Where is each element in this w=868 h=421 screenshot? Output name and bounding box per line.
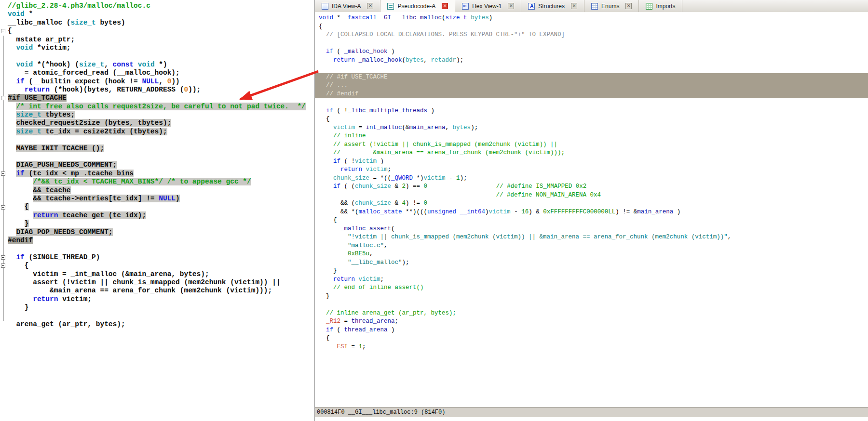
code-line[interactable]: _ESI = 1; xyxy=(319,343,868,352)
code-line[interactable]: && tcache xyxy=(8,186,314,195)
tab-pseudocode-a[interactable]: Pseudocode-A✕ xyxy=(380,0,455,12)
code-line[interactable]: return victim; xyxy=(319,166,868,174)
code-line[interactable]: // &main_arena == arena_for_chunk (mem2c… xyxy=(319,149,868,158)
fold-marker[interactable] xyxy=(1,263,5,268)
code-line[interactable]: // ... xyxy=(315,81,868,90)
code-line[interactable]: DIAG_POP_NEEDS_COMMENT; xyxy=(8,228,314,237)
fold-marker[interactable] xyxy=(1,96,5,100)
code-line[interactable]: checked_request2size (bytes, tbytes); xyxy=(8,119,314,127)
code-line[interactable]: { xyxy=(8,27,314,35)
code-line[interactable] xyxy=(8,312,314,320)
code-line[interactable] xyxy=(319,65,868,73)
code-line[interactable]: && (chunk_size & 4) != 0 xyxy=(319,199,868,208)
code-line[interactable]: // end of inline assert() xyxy=(319,284,868,292)
code-line[interactable]: if ( !_libc_multiple_threads ) xyxy=(319,107,868,116)
code-line[interactable]: "malloc.c", xyxy=(319,242,868,250)
code-line[interactable]: { xyxy=(8,262,314,270)
code-line[interactable]: return _malloc_hook(bytes, retaddr); xyxy=(319,56,868,65)
code-line[interactable]: void *__fastcall _GI___libc_malloc(size_… xyxy=(319,14,868,23)
code-line[interactable]: DIAG_PUSH_NEEDS_COMMENT; xyxy=(8,161,314,169)
code-line[interactable]: &main_arena == arena_for_chunk (mem2chun… xyxy=(8,287,314,295)
code-line[interactable]: "!victim || chunk_is_mmapped (mem2chunk … xyxy=(319,233,868,242)
code-line[interactable] xyxy=(8,153,314,161)
code-line[interactable] xyxy=(8,52,314,60)
code-line[interactable]: // #if USE_TCACHE xyxy=(315,73,868,82)
code-line[interactable]: // inline arena_get (ar_ptr, bytes); xyxy=(319,309,868,318)
code-line[interactable]: //glibc_2.28-4.ph3/malloc/malloc.c xyxy=(8,2,314,10)
code-token xyxy=(377,14,380,21)
code-line[interactable]: // assert (!victim || chunk_is_mmapped (… xyxy=(319,141,868,149)
code-line[interactable] xyxy=(319,98,868,107)
code-line[interactable]: void *(*hook) (size_t, const void *) xyxy=(8,61,314,69)
tab-ida-view-a[interactable]: IDA View-A✕ xyxy=(315,0,380,12)
source-code[interactable]: //glibc_2.28-4.ph3/malloc/malloc.cvoid *… xyxy=(8,2,314,421)
code-line[interactable]: size_t tc_idx = csize2tidx (tbytes); xyxy=(8,128,314,136)
code-line[interactable]: #endif xyxy=(8,237,314,245)
tab-enums[interactable]: Enums✕ xyxy=(584,0,639,12)
code-line[interactable]: return victim; xyxy=(319,276,868,284)
fold-marker[interactable] xyxy=(1,29,5,33)
code-line[interactable]: { xyxy=(8,203,314,211)
code-line[interactable]: _R12 = thread_arena; xyxy=(319,317,868,326)
fold-marker[interactable] xyxy=(1,255,5,260)
fold-marker[interactable] xyxy=(1,171,5,176)
code-line[interactable]: && tcache->entries[tc_idx] != NULL) xyxy=(8,195,314,203)
code-line[interactable]: // #endif xyxy=(315,90,868,99)
code-line[interactable]: victim = int_malloc(&main_arena, bytes); xyxy=(319,124,868,132)
code-line[interactable]: size_t tbytes; xyxy=(8,111,314,119)
tab-close-button[interactable]: ✕ xyxy=(442,3,448,9)
tab-hex-view-1[interactable]: Hex View-1✕ xyxy=(455,0,521,12)
code-line[interactable]: if ( !victim ) xyxy=(319,158,868,166)
code-line[interactable]: assert (!victim || chunk_is_mmapped (mem… xyxy=(8,278,314,287)
code-line[interactable]: && *(malloc_state **)(((unsigned __int64… xyxy=(319,208,868,217)
code-line[interactable]: 0xBE5u, xyxy=(319,250,868,259)
code-line[interactable]: "__libc_malloc"); xyxy=(319,259,868,267)
code-line[interactable]: } xyxy=(8,303,314,312)
code-line[interactable]: = atomic_forced_read (__malloc_hook); xyxy=(8,69,314,77)
code-line[interactable]: arena_get (ar_ptr, bytes); xyxy=(8,320,314,329)
code-line[interactable]: /* int_free also calls request2size, be … xyxy=(8,103,314,111)
code-line[interactable]: { xyxy=(319,115,868,124)
code-line[interactable]: return (*hook)(bytes, RETURN_ADDRESS (0)… xyxy=(8,86,314,94)
code-line[interactable]: return tcache_get (tc_idx); xyxy=(8,211,314,220)
code-line[interactable]: #if USE_TCACHE xyxy=(8,94,314,102)
code-line[interactable]: void *victim; xyxy=(8,44,314,52)
code-line[interactable]: // inline xyxy=(319,132,868,141)
code-line[interactable]: } xyxy=(8,220,314,228)
code-line[interactable]: __libc_malloc (size_t bytes) xyxy=(8,19,314,27)
code-token: } xyxy=(8,303,29,311)
code-line[interactable]: if (__builtin_expect (hook != NULL, 0)) xyxy=(8,78,314,86)
code-line[interactable]: } xyxy=(319,292,868,301)
code-line[interactable]: if (tc_idx < mp_.tcache_bins xyxy=(8,170,314,178)
code-line[interactable]: { xyxy=(319,23,868,31)
tab-close-button[interactable]: ✕ xyxy=(571,3,577,9)
code-line[interactable]: // [COLLAPSED LOCAL DECLARATIONS. PRESS … xyxy=(319,31,868,39)
tab-imports[interactable]: Imports xyxy=(639,0,682,12)
code-line[interactable]: return victim; xyxy=(8,295,314,303)
code-line[interactable] xyxy=(319,301,868,309)
pseudocode-view[interactable]: void *__fastcall _GI___libc_malloc(size_… xyxy=(315,12,868,409)
code-line[interactable]: if ( thread_arena ) xyxy=(319,326,868,335)
code-line[interactable]: if ( (chunk_size & 2) == 0 // #define IS… xyxy=(319,183,868,191)
fold-marker[interactable] xyxy=(1,205,5,210)
code-line[interactable]: { xyxy=(319,334,868,343)
code-line[interactable]: if (SINGLE_THREAD_P) xyxy=(8,253,314,262)
code-line[interactable]: void * xyxy=(8,10,314,18)
code-line[interactable]: _malloc_assert( xyxy=(319,225,868,234)
code-line[interactable]: mstate ar_ptr; xyxy=(8,36,314,44)
code-line[interactable]: // #define NON_MAIN_ARENA 0x4 xyxy=(319,191,868,200)
tab-close-button[interactable]: ✕ xyxy=(367,3,373,9)
tab-close-button[interactable]: ✕ xyxy=(625,3,632,9)
code-line[interactable]: { xyxy=(319,216,868,225)
code-line[interactable]: MAYBE_INIT_TCACHE (); xyxy=(8,145,314,153)
code-line[interactable]: } xyxy=(319,267,868,276)
code-line[interactable]: if ( _malloc_hook ) xyxy=(319,48,868,56)
code-line[interactable] xyxy=(8,136,314,144)
code-line[interactable] xyxy=(8,245,314,253)
tab-structures[interactable]: Structures✕ xyxy=(521,0,584,12)
code-line[interactable]: /*&& tc_idx < TCACHE_MAX_BINS*/ /* to ap… xyxy=(8,178,314,186)
code-line[interactable] xyxy=(319,39,868,48)
tab-close-button[interactable]: ✕ xyxy=(508,3,514,9)
code-line[interactable]: chunk_size = *((_QWORD *)victim - 1); xyxy=(319,174,868,183)
code-line[interactable]: victim = _int_malloc (&main_arena, bytes… xyxy=(8,270,314,278)
